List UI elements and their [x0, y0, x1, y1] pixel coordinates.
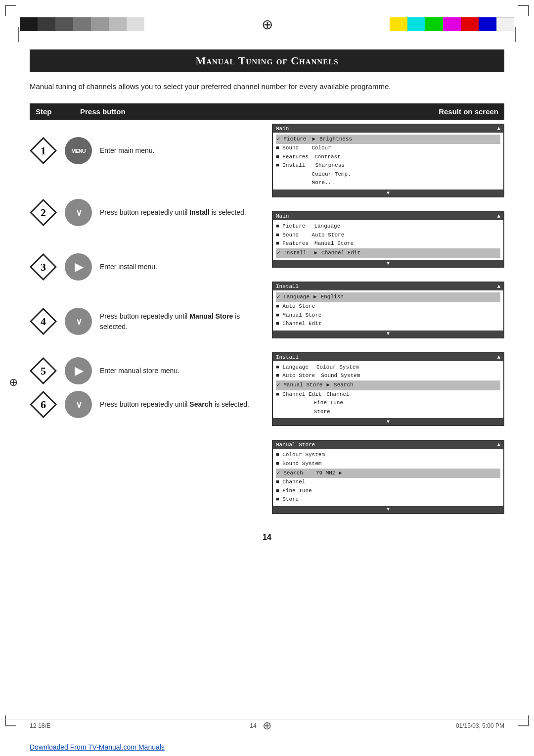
- swatch-red: [461, 17, 479, 31]
- crosshair-left: ⊕: [9, 376, 18, 389]
- screen-56-header: Manual Store ▲: [273, 441, 503, 449]
- step-2-description: Press button repeatedly until Install is…: [100, 207, 246, 218]
- footer-right: 01/15/03, 5:00 PM: [456, 722, 504, 729]
- swatch-5: [91, 17, 109, 31]
- step-5-description: Enter manual store menu.: [100, 366, 179, 376]
- col-press: Press button: [74, 103, 213, 120]
- intro-text: Manual tuning of channels allows you to …: [30, 81, 504, 93]
- screen-56: Manual Store ▲ ■ Colour System ■ Sound S…: [272, 440, 504, 514]
- step-row-6: 6 ∨ Press button repeatedly until Search…: [30, 390, 257, 420]
- screen-2-body: ■ PictureLanguage ■ SoundAuto Store ■ Fe…: [273, 220, 503, 260]
- page-number: 14: [30, 533, 504, 542]
- screen-56-footer: ▼: [273, 506, 503, 513]
- grayscale-bar: [20, 17, 144, 31]
- step-row-4: 4 ∨ Press button repeatedly until Manual…: [30, 302, 257, 341]
- right-button-icon-3[interactable]: ▶: [65, 253, 92, 281]
- table-header: Step Press button Result on screen: [30, 103, 504, 120]
- screen-1-footer: ▼: [273, 189, 503, 196]
- screen-2-header: Main ▲: [273, 212, 503, 220]
- down-button-icon-4[interactable]: ∨: [65, 308, 92, 335]
- step-row-2: 2 ∨ Press button repeatedly until Instal…: [30, 193, 257, 233]
- screen-4-body: ■ LanguageColour System ■ Auto StoreSoun…: [273, 361, 503, 419]
- swatch-yellow: [390, 17, 407, 31]
- col-step: Step: [30, 103, 74, 120]
- swatch-green: [425, 17, 443, 31]
- step-4-number: 4: [30, 308, 57, 335]
- screen-3-body: ✓ Language▶English ■ Auto Store ■ Manual…: [273, 290, 503, 330]
- step-4-description: Press button repeatedly until Manual Sto…: [100, 311, 257, 332]
- screen-1: Main ▲ ✓ Picture▶Brightness ■ SoundColou…: [272, 124, 504, 198]
- screen-1-header: Main ▲: [273, 125, 503, 133]
- screen-1-body: ✓ Picture▶Brightness ■ SoundColour ■ Fea…: [273, 133, 503, 190]
- screen-3: Install ▲ ✓ Language▶English ■ Auto Stor…: [272, 282, 504, 338]
- top-bar: ⊕: [0, 0, 534, 45]
- steps-left: 1 MENU Enter main menu. 2 ∨ Press button…: [30, 124, 257, 528]
- screen-3-header: Install ▲: [273, 283, 503, 290]
- step-3-description: Enter install menu.: [100, 262, 157, 272]
- page-title: Manual Tuning of Channels: [30, 49, 504, 72]
- right-button-icon-5[interactable]: ▶: [65, 357, 92, 384]
- crosshair-bottom: ⊕: [263, 719, 271, 732]
- footer-left: 12-18/E: [30, 722, 50, 729]
- step-1-number: 1: [30, 137, 57, 164]
- step-2-number: 2: [30, 199, 57, 226]
- menu-button-icon[interactable]: MENU: [65, 137, 92, 164]
- screen-2: Main ▲ ■ PictureLanguage ■ SoundAuto Sto…: [272, 211, 504, 268]
- footer-center: 14: [250, 722, 256, 729]
- down-button-icon-2[interactable]: ∨: [65, 199, 92, 226]
- step-row-3: 3 ▶ Enter install menu.: [30, 247, 257, 287]
- col-result: Result on screen: [213, 103, 504, 120]
- bottom-bar: 12-18/E 14 ⊕ 01/15/03, 5:00 PM: [0, 719, 534, 732]
- step-6-number: 6: [30, 391, 57, 418]
- swatch-1: [20, 17, 38, 31]
- screen-4: Install ▲ ■ LanguageColour System ■ Auto…: [272, 352, 504, 426]
- swatch-3: [55, 17, 73, 31]
- swatch-magenta: [443, 17, 461, 31]
- down-button-icon-6[interactable]: ∨: [65, 391, 92, 418]
- step-3-number: 3: [30, 253, 57, 281]
- screen-4-header: Install ▲: [273, 353, 503, 361]
- step-6-description: Press button repeatedly until Search is …: [100, 399, 249, 410]
- results-right: Main ▲ ✓ Picture▶Brightness ■ SoundColou…: [272, 124, 504, 528]
- step-row-1: 1 MENU Enter main menu.: [30, 124, 257, 178]
- swatch-blue: [479, 17, 496, 31]
- swatch-white: [496, 17, 514, 31]
- screen-4-footer: ▼: [273, 418, 503, 425]
- swatch-7: [127, 17, 144, 31]
- screen-2-footer: ▼: [273, 260, 503, 267]
- swatch-6: [109, 17, 127, 31]
- step-1-description: Enter main menu.: [100, 145, 155, 156]
- color-bar: [390, 17, 514, 31]
- step-5-number: 5: [30, 357, 57, 384]
- screen-56-body: ■ Colour System ■ Sound System ✓ Search7…: [273, 449, 503, 506]
- swatch-2: [38, 17, 55, 31]
- step-row-5: 5 ▶ Enter manual store menu.: [30, 356, 257, 386]
- swatch-cyan: [407, 17, 425, 31]
- crosshair-top: ⊕: [262, 16, 273, 33]
- footer-link[interactable]: Downloaded From TV-Manual.com Manuals: [30, 743, 165, 751]
- screen-3-footer: ▼: [273, 331, 503, 337]
- swatch-4: [73, 17, 91, 31]
